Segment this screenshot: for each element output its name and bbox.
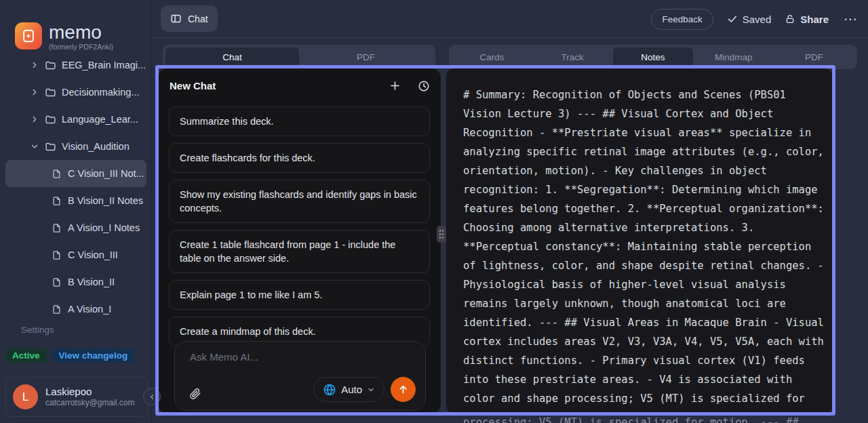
chat-panel-tabbar: Chat PDF (163, 45, 435, 69)
file-label: A Vision_I (68, 304, 111, 315)
model-selector[interactable]: Auto (313, 377, 384, 402)
saved-status: Saved (727, 14, 772, 25)
profile-name: Laskiepoo (45, 386, 135, 398)
app-root: memo (formerly PDF2Anki) EEG_Brain Imagi… (0, 0, 868, 423)
file-icon (52, 250, 62, 260)
send-button[interactable] (391, 377, 416, 402)
saved-label: Saved (743, 14, 772, 25)
folder-label: EEG_Brain Imagi... (62, 60, 146, 70)
arrow-left-icon (148, 392, 157, 401)
file-item-a-vision-i[interactable]: A Vision_I (5, 296, 146, 323)
folder-item-language-learning[interactable]: Language_Lear... (5, 106, 146, 133)
chevron-right-icon (30, 115, 39, 124)
more-menu-button[interactable]: ⋯ (842, 12, 859, 26)
chevron-right-icon (30, 60, 39, 70)
chat-title: New Chat (170, 80, 389, 92)
app-title: memo (49, 22, 113, 43)
notes-panel: # Summary: Recognition of Objects and Sc… (446, 68, 833, 414)
file-icon (52, 304, 62, 315)
file-item-a-vision-i-notes[interactable]: A Vision_I Notes (5, 214, 146, 241)
chat-panel-toggle-button[interactable]: Chat (161, 5, 218, 32)
memo-logo-icon (15, 22, 42, 49)
app-logo[interactable]: memo (formerly PDF2Anki) (15, 22, 113, 51)
notes-panel-tabbar: Cards Track Notes Mindmap PDF (449, 45, 857, 69)
file-item-b-vision-ii[interactable]: B Vision_II (5, 268, 146, 296)
new-chat-button[interactable] (389, 79, 401, 92)
plus-icon (389, 79, 401, 92)
status-badge: Active (5, 348, 47, 363)
top-header: Chat Feedback Saved Share ⋯ (152, 0, 868, 38)
file-label: B Vision_II Notes (68, 195, 143, 206)
settings-link[interactable]: Settings (21, 325, 54, 335)
drag-grip-icon (439, 229, 444, 239)
tab-mindmap[interactable]: Mindmap (693, 47, 774, 66)
tab-track[interactable]: Track (532, 47, 613, 66)
suggestion-summarize-deck[interactable]: Summarize this deck. (169, 106, 430, 136)
chat-toggle-label: Chat (188, 14, 208, 24)
suggestion-list: Summarize this deck. Create flashcards f… (169, 106, 430, 346)
header-actions: Feedback Saved Share ⋯ (651, 0, 859, 38)
check-icon (727, 14, 738, 24)
sidebar-collapse-button[interactable] (143, 388, 161, 405)
file-item-c-vision-iii-notes[interactable]: C Vision_III Not... (5, 160, 146, 187)
folder-label: Vision_Audition (62, 141, 130, 152)
feedback-button[interactable]: Feedback (651, 9, 713, 30)
file-icon (52, 223, 62, 233)
file-tree: EEG_Brain Imagi... Decisionmaking... Lan… (0, 52, 152, 323)
suggestion-table-flashcard[interactable]: Create 1 table flashcard from page 1 - i… (169, 230, 430, 273)
file-item-b-vision-ii-notes[interactable]: B Vision_II Notes (5, 187, 146, 214)
chat-input-box: Auto (174, 341, 426, 411)
suggestion-explain-page[interactable]: Explain page 1 to me like I am 5. (169, 280, 430, 310)
folder-item-decisionmaking[interactable]: Decisionmaking... (5, 79, 146, 106)
sidebar: memo (formerly PDF2Anki) EEG_Brain Imagi… (0, 0, 152, 423)
file-item-c-vision-iii[interactable]: C Vision_III (5, 241, 146, 268)
folder-item-eeg-brain-imaging[interactable]: EEG_Brain Imagi... (5, 52, 146, 79)
folder-icon (45, 114, 56, 125)
file-label: C Vision_III (68, 249, 118, 260)
folder-icon (45, 141, 56, 153)
folder-icon (45, 60, 56, 71)
share-label: Share (800, 14, 829, 25)
globe-icon (323, 383, 336, 397)
paperclip-icon (189, 387, 201, 400)
arrow-up-icon (397, 384, 409, 395)
panel-toggle-icon (170, 13, 182, 24)
chevron-down-icon (367, 386, 375, 394)
file-icon (52, 169, 62, 179)
profile-email: catcarrotsky@gmail.com (45, 398, 135, 408)
view-changelog-link[interactable]: View changelog (52, 348, 135, 363)
folder-item-vision-audition[interactable]: Vision_Audition (5, 133, 146, 160)
avatar: L (13, 384, 38, 409)
file-label: B Vision_II (68, 277, 115, 287)
tab-pdf-right[interactable]: PDF (774, 47, 854, 66)
folder-label: Decisionmaking... (62, 87, 139, 98)
lock-icon (785, 14, 795, 24)
tab-pdf-left[interactable]: PDF (299, 47, 433, 66)
chevron-down-icon (30, 142, 39, 151)
app-subtitle: (formerly PDF2Anki) (49, 43, 113, 51)
suggestion-create-flashcards[interactable]: Create flashcards for this deck. (169, 143, 430, 173)
panel-resize-handle[interactable] (437, 226, 446, 243)
tab-cards[interactable]: Cards (452, 47, 532, 66)
tab-notes[interactable]: Notes (613, 47, 694, 66)
file-label: A Vision_I Notes (68, 222, 140, 233)
badge-row: Active View changelog (5, 348, 134, 363)
notes-overflow-line: processing; V5 (MT) is specialized for m… (463, 416, 833, 423)
profile-card[interactable]: L Laskiepoo catcarrotsky@gmail.com (5, 377, 149, 417)
folder-icon (45, 87, 56, 98)
suggestion-show-flashcards-gaps[interactable]: Show my existing flashcards and identify… (169, 180, 430, 223)
attach-file-button[interactable] (189, 387, 201, 400)
folder-label: Language_Lear... (62, 114, 138, 125)
file-label: C Vision_III Not... (68, 168, 144, 179)
file-icon (52, 196, 62, 206)
chevron-right-icon (30, 87, 39, 97)
tab-chat[interactable]: Chat (165, 47, 299, 66)
chat-input[interactable] (190, 351, 410, 363)
notes-content: # Summary: Recognition of Objects and Sc… (463, 85, 827, 414)
chat-history-button[interactable] (418, 80, 430, 92)
file-icon (52, 277, 62, 287)
chat-panel-header: New Chat (158, 68, 441, 98)
share-button[interactable]: Share (785, 14, 829, 25)
model-selector-value: Auto (341, 384, 362, 395)
clock-icon (418, 80, 430, 92)
